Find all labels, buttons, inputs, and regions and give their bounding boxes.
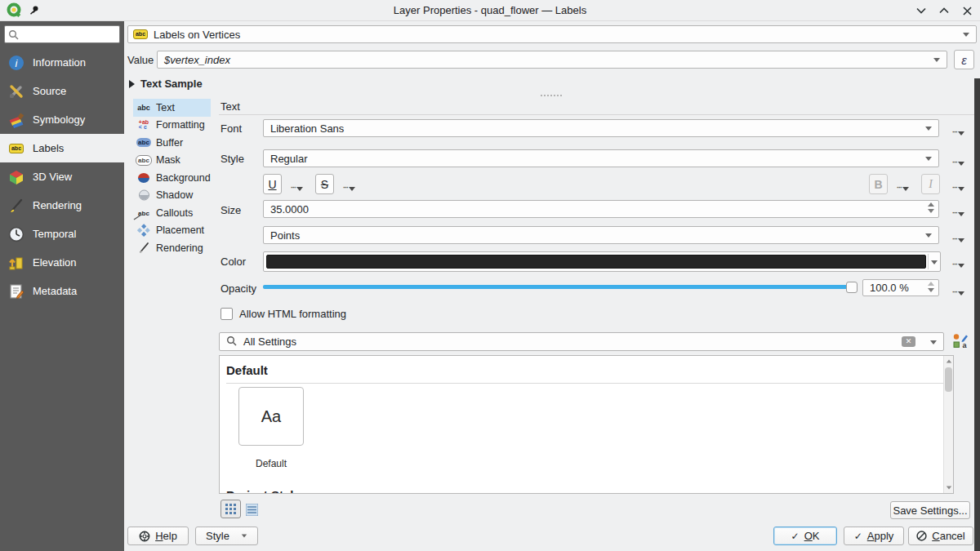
- collapse-triangle-icon: [129, 80, 135, 88]
- data-defined-override-color[interactable]: ···: [952, 256, 970, 268]
- data-defined-override-bold[interactable]: ···: [897, 180, 915, 191]
- tab-callouts[interactable]: abc Callouts: [133, 204, 211, 222]
- rendering-brush-icon: [136, 242, 152, 255]
- data-defined-override-italic[interactable]: ···: [952, 180, 970, 191]
- check-icon: ✓: [854, 531, 862, 542]
- allow-html-checkbox[interactable]: [220, 308, 233, 320]
- label-mode-select[interactable]: abc Labels on Vertices: [127, 25, 977, 43]
- svg-text:a: a: [962, 341, 967, 349]
- sidebar-item-rendering[interactable]: Rendering: [0, 191, 124, 220]
- opacity-spinbox[interactable]: 100.0 %: [862, 279, 939, 296]
- data-defined-override-unit[interactable]: ···: [952, 231, 970, 242]
- size-spinbox[interactable]: 35.0000: [263, 200, 939, 218]
- ok-button[interactable]: ✓ OK: [773, 527, 837, 545]
- tab-shadow[interactable]: Shadow: [133, 187, 211, 205]
- sidebar-item-temporal[interactable]: Temporal: [0, 220, 124, 248]
- formatting-icon: +ab< c: [136, 118, 152, 131]
- divider: [928, 254, 929, 269]
- tab-buffer[interactable]: abc Buffer: [133, 134, 211, 152]
- minimize-icon[interactable]: [913, 2, 929, 19]
- tab-text[interactable]: abc Text: [133, 99, 211, 117]
- sidebar-item-source[interactable]: Source: [0, 77, 124, 105]
- spin-arrows-icon[interactable]: [928, 202, 934, 213]
- sidebar-search-input[interactable]: [4, 25, 120, 43]
- scroll-up-icon[interactable]: [947, 360, 951, 363]
- data-defined-override-style[interactable]: ···: [952, 154, 970, 166]
- labels-tag-icon: abc: [133, 29, 148, 39]
- data-defined-override-opacity[interactable]: ···: [952, 284, 970, 295]
- text-styles-panel: Default Aa Default Project Styles: [219, 355, 954, 494]
- sidebar-item-label: 3D View: [33, 171, 72, 183]
- tab-mask[interactable]: abc Mask: [133, 152, 211, 170]
- sidebar-item-information[interactable]: i Information: [0, 48, 124, 77]
- bold-button[interactable]: B: [869, 174, 888, 194]
- cube-3d-icon: [7, 168, 25, 186]
- shadow-icon: [136, 189, 152, 202]
- strikethrough-button[interactable]: S: [315, 174, 334, 194]
- styles-scrollbar[interactable]: [943, 356, 953, 493]
- tab-rendering[interactable]: Rendering: [133, 239, 211, 257]
- expression-builder-button[interactable]: ε: [954, 50, 974, 69]
- save-settings-button[interactable]: Save Settings...: [890, 501, 970, 519]
- background-icon: [136, 171, 152, 184]
- tab-formatting[interactable]: +ab< c Formatting: [133, 117, 211, 135]
- buffer-icon: abc: [136, 136, 152, 149]
- symbology-brush-icon: [7, 111, 25, 129]
- default-style-card[interactable]: Aa: [238, 387, 304, 446]
- callouts-icon: abc: [136, 207, 152, 220]
- list-view-button[interactable]: [244, 502, 260, 517]
- scroll-down-icon[interactable]: [947, 487, 951, 490]
- elevation-arrow-icon: [7, 254, 25, 272]
- font-style-select[interactable]: Regular: [263, 149, 939, 167]
- data-defined-override-size[interactable]: ···: [952, 205, 970, 216]
- underline-button[interactable]: U: [263, 174, 282, 194]
- tab-background[interactable]: Background: [133, 169, 211, 187]
- help-button[interactable]: Help: [127, 527, 189, 545]
- color-picker-button[interactable]: [263, 251, 941, 272]
- label-settings-tabs: abc Text +ab< c Formatting abc Buffer ab…: [133, 99, 211, 257]
- sidebar-item-label: Source: [33, 85, 66, 97]
- chevron-down-icon: [242, 535, 247, 538]
- settings-search-input[interactable]: All Settings ✕: [219, 332, 944, 351]
- project-styles-section-title: Project Styles: [226, 488, 307, 494]
- sidebar-item-3d-view[interactable]: 3D View: [0, 162, 124, 191]
- sidebar-item-labels[interactable]: abc Labels: [0, 134, 124, 162]
- data-defined-override-font[interactable]: ···: [952, 124, 970, 136]
- sidebar-item-label: Labels: [33, 142, 64, 154]
- sidebar-item-label: Metadata: [33, 285, 77, 297]
- style-menu-button[interactable]: Style: [195, 527, 258, 545]
- value-expression-input[interactable]: $vertex_index: [157, 51, 947, 69]
- rendering-brush-icon: [7, 197, 25, 215]
- search-icon: [8, 29, 19, 40]
- data-defined-override-underline[interactable]: ···: [291, 180, 309, 191]
- spin-arrows-icon[interactable]: [928, 282, 934, 292]
- opacity-label: Opacity: [220, 282, 256, 295]
- scrollbar-thumb[interactable]: [945, 367, 952, 392]
- data-defined-override-strikethrough[interactable]: ···: [343, 180, 361, 191]
- splitter-handle[interactable]: [541, 95, 562, 96]
- sidebar-item-symbology[interactable]: Symbology: [0, 105, 124, 134]
- font-select[interactable]: Liberation Sans: [263, 119, 939, 137]
- grid-view-icon: [225, 504, 236, 514]
- text-sample-header[interactable]: Text Sample: [129, 78, 203, 90]
- style-manager-icon[interactable]: a: [952, 333, 969, 349]
- title-bar: Layer Properties - quad_flower — Labels: [0, 0, 980, 21]
- chevron-down-icon: [963, 33, 969, 37]
- icon-view-button[interactable]: [220, 500, 241, 518]
- cancel-button[interactable]: Cancel: [908, 527, 973, 545]
- sidebar-item-metadata[interactable]: Metadata: [0, 277, 124, 305]
- color-swatch: [266, 255, 926, 269]
- clear-search-icon[interactable]: ✕: [902, 336, 915, 347]
- tab-placement[interactable]: Placement: [133, 222, 211, 240]
- maximize-icon[interactable]: [936, 2, 952, 19]
- opacity-slider-handle[interactable]: [846, 282, 858, 293]
- cancel-slash-icon: [916, 531, 927, 541]
- close-icon[interactable]: [959, 2, 975, 19]
- opacity-slider[interactable]: [263, 285, 856, 289]
- clock-icon: [7, 225, 25, 243]
- sidebar-item-elevation[interactable]: Elevation: [0, 248, 124, 277]
- size-unit-select[interactable]: Points: [263, 226, 939, 244]
- apply-button[interactable]: ✓ Apply: [844, 527, 904, 545]
- info-icon: i: [7, 54, 25, 72]
- italic-button[interactable]: I: [921, 174, 940, 194]
